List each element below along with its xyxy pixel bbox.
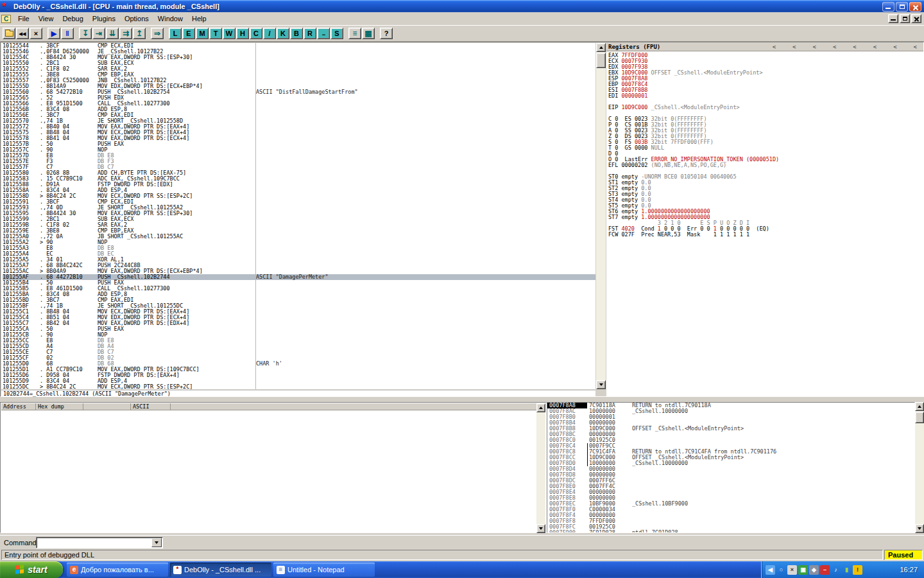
- disasm-row[interactable]: 10125557.,0F83 C5250000JNB _CSshell.1012…: [3, 78, 595, 83]
- disasm-row[interactable]: 1012559E. 3BE8CMP EBP,EAX: [3, 228, 595, 234]
- run-button[interactable]: ▶: [47, 28, 60, 39]
- system-tool-icon[interactable]: ◆: [809, 565, 819, 575]
- disasm-row[interactable]: 101255A7. 68 8B4C242CPUSH 2C244C8B: [3, 263, 595, 268]
- open-file-button[interactable]: [3, 28, 15, 39]
- taskbar-task[interactable]: *DebOlly - _CSshell.dll ...: [170, 563, 271, 577]
- appearance-button[interactable]: ▦: [362, 28, 375, 39]
- security-alert-icon[interactable]: !: [853, 565, 862, 575]
- register-line[interactable]: ST2 empty 0.0: [608, 186, 923, 191]
- disasm-row[interactable]: 10125575. 8B48 04MOV ECX,DWORD PTR DS:[E…: [3, 130, 595, 136]
- disasm-row[interactable]: 10125595. 8B4424 30MOV EAX,DWORD PTR SS:…: [3, 211, 595, 216]
- disasm-row[interactable]: 101255C4. 8B51 04MOV EDX,DWORD PTR DS:[E…: [3, 315, 595, 320]
- mdi-minimize-button[interactable]: [888, 14, 898, 23]
- disasm-row[interactable]: 101255A3 E8DB E8: [3, 245, 595, 251]
- view-memory-button[interactable]: M: [196, 28, 209, 39]
- disasm-row[interactable]: 1012554C. 8B4424 30MOV EAX,DWORD PTR SS:…: [3, 55, 595, 60]
- cpu-window-icon[interactable]: C: [1, 15, 11, 23]
- volume-icon[interactable]: ♪: [831, 565, 841, 575]
- scroll-thumb[interactable]: [915, 412, 924, 423]
- view-threads-button[interactable]: T: [209, 28, 222, 39]
- disasm-row[interactable]: 101255A4 ECDB EC: [3, 251, 595, 257]
- disasm-row[interactable]: 101255AF. 68 44272B10PUSH _CSshell.102B2…: [3, 274, 595, 280]
- mdi-close-button[interactable]: [911, 14, 921, 23]
- start-button[interactable]: start: [0, 561, 63, 578]
- disasm-row[interactable]: 10125580. 0268 8BADD CH,BYTE PTR DS:[EAX…: [3, 170, 595, 176]
- disasm-row[interactable]: 10125560. 68 54272B10PUSH _CSshell.102B2…: [3, 89, 595, 95]
- dump-scrollbar[interactable]: [536, 403, 545, 533]
- register-line[interactable]: ST1 empty 0.0: [608, 180, 923, 186]
- scroll-down-button[interactable]: [596, 380, 606, 389]
- view-references-button[interactable]: R: [304, 28, 316, 39]
- restart-button[interactable]: ◀◀: [16, 28, 29, 39]
- disasm-row[interactable]: 101255BA. 83C4 08ADD ESP,8: [3, 292, 595, 297]
- step-over-button[interactable]: ⇥: [92, 28, 105, 39]
- register-line[interactable]: FCW 027F Prec NEAR,53 Mask 1 1 1 1 1 1: [608, 232, 923, 238]
- command-input[interactable]: [38, 538, 151, 547]
- disasm-row[interactable]: 1012558D> 8B4C24 2CMOV ECX,DWORD PTR SS:…: [3, 193, 595, 199]
- scroll-up-button[interactable]: [596, 43, 606, 52]
- disasm-row[interactable]: 10125599. 2BC1SUB EAX,ECX: [3, 216, 595, 222]
- step-into-button[interactable]: ↧: [79, 28, 92, 39]
- register-line[interactable]: T 0 GS 0000 NULL: [608, 145, 923, 151]
- register-line[interactable]: ST3 empty 0.0: [608, 191, 923, 197]
- disasm-row[interactable]: 101255CD A4DB A4: [3, 344, 595, 349]
- disassembly-pane[interactable]: 10125544. 3BCFCMP ECX,EDI10125546.,0F84 …: [1, 43, 595, 389]
- disasm-row[interactable]: 10125555. 3BE8CMP EBP,EAX: [3, 72, 595, 78]
- registers-pane[interactable]: Registers (FPU) <<<<<<<< EAX 7FFDF000ECX…: [606, 43, 923, 397]
- messenger-icon[interactable]: ×: [787, 565, 797, 575]
- view-call-stack-button[interactable]: K: [277, 28, 289, 39]
- disasm-row[interactable]: 10125544. 3BCFCMP ECX,EDI: [3, 43, 595, 49]
- disasm-row[interactable]: 101255C1. 8B48 04MOV ECX,DWORD PTR DS:[E…: [3, 309, 595, 315]
- hide-inactive-icons-icon[interactable]: ◀: [766, 565, 775, 575]
- disasm-row[interactable]: 10125565. 52PUSH EDX: [3, 95, 595, 101]
- disasm-row[interactable]: 10125593.,74 0DJE SHORT _CSshell.101255A…: [3, 205, 595, 211]
- scroll-up-button[interactable]: [536, 403, 545, 412]
- disasm-row[interactable]: 101255D0 68DB 68CHAR 'h': [3, 361, 595, 367]
- register-line[interactable]: EFL 00000202 (NO,NB,NE,A,NS,PO,GE,G): [608, 162, 923, 168]
- view-handles-button[interactable]: H: [236, 28, 249, 39]
- disasm-row[interactable]: 10125566. E8 951D1500CALL _CSshell.10277…: [3, 101, 595, 107]
- disasm-row[interactable]: 1012559B. C1F8 02SAR EAX,2: [3, 222, 595, 228]
- register-line[interactable]: EDI 00000001: [608, 93, 923, 99]
- disasm-row[interactable]: 101255AC> 8B04A9MOV EAX,DWORD PTR DS:[EC…: [3, 268, 595, 274]
- register-line[interactable]: ESI 0007F8B8: [608, 87, 923, 93]
- disasm-row[interactable]: 1012557E F3DB F3: [3, 159, 595, 164]
- view-windows-button[interactable]: W: [223, 28, 235, 39]
- animate-into-button[interactable]: ⇊: [106, 28, 119, 39]
- view-run-trace-button[interactable]: ...: [317, 28, 330, 39]
- disasm-row[interactable]: 101255CA. 50PUSH EAX: [3, 326, 595, 332]
- menu-item-help[interactable]: Help: [187, 13, 211, 24]
- scroll-down-button[interactable]: [915, 524, 924, 533]
- disasm-row[interactable]: 101255BF.,74 1BJE SHORT _CSshell.101255D…: [3, 303, 595, 309]
- disasm-row[interactable]: 1012557F C7DB C7: [3, 164, 595, 170]
- stack-row[interactable]: 0007F9007C91D028ntdll.7C91D028: [547, 530, 914, 533]
- disasm-row[interactable]: 10125591. 3BCFCMP ECX,EDI: [3, 199, 595, 205]
- disasm-row[interactable]: 101255B5. E8 461D1500CALL _CSshell.10277…: [3, 286, 595, 292]
- register-line[interactable]: EBX 10D9C000 OFFSET _CSshell.<ModuleEntr…: [608, 70, 923, 76]
- disasm-row[interactable]: 101255D6. D958 04FSTP DWORD PTR DS:[EAX+…: [3, 372, 595, 378]
- disasm-row[interactable]: 101255CB. 90NOP: [3, 332, 595, 338]
- antivirus-shield-icon[interactable]: ▣: [798, 565, 808, 575]
- menu-item-debug[interactable]: Debug: [58, 13, 87, 24]
- view-source-button[interactable]: S: [330, 28, 343, 39]
- disasm-row[interactable]: 10125550. 2BC1SUB EAX,ECX: [3, 60, 595, 66]
- disasm-row[interactable]: 10125552. C1F8 02SAR EAX,2: [3, 66, 595, 72]
- view-breakpoints-button[interactable]: B: [290, 28, 303, 39]
- battery-icon[interactable]: ▮: [842, 565, 851, 575]
- dump-window[interactable]: AddressHex dumpASCII: [0, 402, 547, 533]
- disasm-row[interactable]: 10125578. 8B41 04MOV EAX,DWORD PTR DS:[E…: [3, 136, 595, 141]
- register-line[interactable]: EBP 0007F8C4: [608, 82, 923, 87]
- disasm-row[interactable]: 10125572. 8B40 04MOV EAX,DWORD PTR DS:[E…: [3, 124, 595, 130]
- close-program-button[interactable]: ×: [30, 28, 42, 39]
- disasm-row[interactable]: 101255A0.,72 0AJB SHORT _CSshell.101255A…: [3, 234, 595, 240]
- minimize-button[interactable]: [882, 2, 894, 12]
- disasm-row[interactable]: 1012557C. 90NOP: [3, 147, 595, 153]
- register-line[interactable]: ST0 empty -UNORM BCE0 01050104 00640065: [608, 174, 923, 180]
- stack-scrollbar[interactable]: [915, 402, 924, 533]
- disasm-row[interactable]: 1012555D. 8B14A9MOV EDX,DWORD PTR DS:[EC…: [3, 83, 595, 89]
- register-line[interactable]: ESP 0007F8A8: [608, 76, 923, 82]
- scroll-down-button[interactable]: [536, 524, 545, 533]
- help-button[interactable]: ?: [380, 28, 393, 39]
- register-line[interactable]: EAX 7FFDF000: [608, 53, 923, 58]
- animate-over-button[interactable]: ⇉: [119, 28, 132, 39]
